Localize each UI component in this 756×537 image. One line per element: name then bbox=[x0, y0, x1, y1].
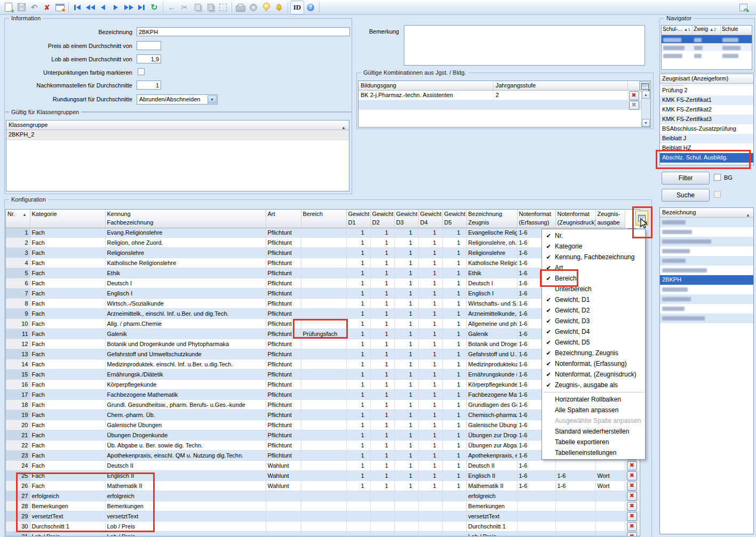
rundungsart-select[interactable]: Abrunden/Abschneiden ▼ bbox=[137, 94, 218, 105]
column-header-bildungsgang[interactable]: Bildungsgang bbox=[359, 81, 494, 91]
list-item[interactable]: 2BKPH_2 bbox=[6, 130, 349, 140]
table-row[interactable] bbox=[662, 35, 752, 43]
list-item[interactable]: BSAbschluss-Zusatzprüfung bbox=[660, 124, 753, 134]
menu-item[interactable]: ✔ Art bbox=[542, 262, 645, 273]
column-header[interactable]: Kategorie bbox=[30, 210, 105, 228]
chevron-down-icon[interactable]: ▼ bbox=[208, 95, 217, 103]
menu-item[interactable]: Alle Spalten anpassen bbox=[542, 405, 645, 415]
form-view-icon[interactable] bbox=[53, 1, 66, 14]
list-item[interactable] bbox=[660, 266, 753, 275]
menu-item[interactable]: Horizontaler Rollbalken bbox=[542, 394, 645, 405]
table-row[interactable]: 27 erfolgreich erfolgreich erfolgreich ✖ bbox=[6, 491, 639, 501]
scroll-up-icon[interactable]: ▲ bbox=[642, 91, 650, 99]
table-row[interactable]: 30 Durchschnitt 1 Lob / Preis Durchschni… bbox=[6, 522, 639, 532]
list-item[interactable]: KMK FS-Zertifikat2 bbox=[660, 105, 753, 115]
hint-icon[interactable] bbox=[260, 1, 273, 14]
table-row[interactable]: 25 Fach Englisch II Wahlunt 1 1 1 1 1 En… bbox=[6, 471, 639, 481]
save-icon[interactable] bbox=[15, 1, 28, 14]
record-icon[interactable] bbox=[247, 1, 260, 14]
menu-item[interactable]: ✔ Gewicht, D1 bbox=[542, 294, 645, 305]
cut-icon[interactable]: ✂ bbox=[178, 1, 191, 14]
menu-item[interactable]: ✔ Gewicht, D4 bbox=[542, 326, 645, 337]
menu-item[interactable]: ✔ Bereich bbox=[542, 273, 645, 284]
menu-item[interactable]: ✔ Gewicht, D5 bbox=[542, 337, 645, 348]
list-item[interactable]: Abschlz. Schul. Ausbildg. bbox=[660, 153, 753, 163]
menu-item[interactable]: ✔ Kategorie bbox=[542, 241, 645, 252]
delete-row-button[interactable]: ✖ bbox=[629, 91, 639, 100]
table-row[interactable]: BK 2-j.Pharmaz.-techn. Assistenten 2 ✖ bbox=[359, 91, 650, 100]
list-item[interactable] bbox=[660, 227, 753, 237]
menu-item[interactable]: Unterbereich bbox=[542, 284, 645, 294]
table-row[interactable]: ✖ bbox=[359, 100, 650, 110]
column-header[interactable]: Bereich bbox=[301, 210, 346, 228]
delete-row-button[interactable]: ✖ bbox=[627, 492, 637, 501]
menu-item[interactable]: ✔ Notenformat, (Erfassung) bbox=[542, 358, 645, 369]
table-row[interactable]: 31 Lob / Preis Lob / Preis Lob / Preis ✖ bbox=[6, 532, 639, 537]
list-item[interactable] bbox=[660, 294, 753, 304]
delete-row-button[interactable]: ✖ bbox=[627, 502, 637, 511]
column-header[interactable]: GewichtD5 bbox=[442, 210, 466, 228]
menu-item[interactable]: Standard wiederherstellen bbox=[542, 426, 645, 437]
previous-record-icon[interactable] bbox=[97, 1, 109, 14]
delete-row-button[interactable]: ✖ bbox=[627, 461, 637, 470]
preis-input[interactable] bbox=[137, 41, 161, 50]
column-header[interactable]: Notenformat(Erfassung) bbox=[517, 210, 555, 228]
lob-input[interactable] bbox=[137, 54, 161, 63]
column-chooser-button[interactable] bbox=[640, 82, 650, 91]
id-button[interactable]: ID bbox=[290, 1, 304, 14]
column-header[interactable]: Notenformat(Zeugnisdruck) bbox=[555, 210, 595, 228]
column-header[interactable]: Zeugnis-ausgabe bbox=[595, 210, 625, 228]
column-header-schul[interactable]: Schul-... ▲1 bbox=[662, 26, 693, 35]
menu-item[interactable]: ✔ Gewicht, D3 bbox=[542, 316, 645, 326]
delete-row-button[interactable]: ✖ bbox=[627, 471, 637, 480]
delete-row-button[interactable]: ✖ bbox=[627, 482, 637, 491]
column-header-zweig[interactable]: Zweig ▲2 bbox=[693, 26, 720, 35]
scroll-down-icon[interactable]: ▼ bbox=[642, 119, 650, 127]
nachkomma-input[interactable] bbox=[137, 81, 161, 90]
menu-item[interactable]: ✔ Bezeichnung, Zeugnis bbox=[542, 348, 645, 358]
column-header[interactable]: Nr.▲ bbox=[6, 210, 30, 228]
column-header[interactable]: GewichtD3 bbox=[394, 210, 418, 228]
list-item[interactable]: KMK FS-Zertifikat3 bbox=[660, 115, 753, 124]
table-row[interactable]: 29 versetztText versetztText versetztTex… bbox=[6, 511, 639, 522]
list-item[interactable]: Beiblatt HZ bbox=[660, 143, 753, 153]
bell-icon[interactable] bbox=[273, 1, 285, 14]
filter-button[interactable]: Filter bbox=[662, 172, 710, 185]
menu-item[interactable]: Tabelleneinstellungen bbox=[542, 447, 645, 458]
list-item[interactable] bbox=[660, 256, 753, 266]
menu-item[interactable]: ✔ Kennung, Fachbezeichnung bbox=[542, 252, 645, 262]
column-header-klassengruppe[interactable]: Klassengruppe▲ bbox=[6, 121, 349, 130]
table-row[interactable]: 24 Fach Deutsch II Wahlunt 1 1 1 1 1 Deu… bbox=[6, 461, 639, 471]
copy-icon[interactable] bbox=[191, 1, 204, 14]
table-row[interactable] bbox=[662, 43, 752, 51]
list-item[interactable] bbox=[660, 218, 753, 227]
menu-item[interactable]: ✔ Gewicht, D2 bbox=[542, 305, 645, 316]
column-header-zeugnisart[interactable]: Zeugnisart (Anzeigeform) bbox=[660, 74, 753, 84]
menu-item[interactable]: Ausgewählte Spalte anpassen bbox=[542, 415, 645, 426]
bezeichnung-input[interactable] bbox=[137, 27, 350, 36]
list-item[interactable]: 2BKPH bbox=[660, 275, 753, 285]
list-item[interactable] bbox=[660, 304, 753, 314]
vertical-scrollbar[interactable]: ▲ ▼ bbox=[641, 91, 650, 127]
column-header-bezeichnung[interactable]: Bezeichnung▲ bbox=[660, 208, 753, 218]
list-item[interactable]: Beiblatt J bbox=[660, 134, 753, 143]
new-record-icon[interactable] bbox=[2, 1, 15, 14]
table-row[interactable]: 28 Bemerkungen Bemerkungen Bemerkungen ✖ bbox=[6, 501, 639, 511]
bemerkung-textarea[interactable] bbox=[404, 25, 645, 66]
export-window-icon[interactable] bbox=[737, 1, 750, 14]
select-icon[interactable] bbox=[217, 1, 229, 14]
list-item[interactable]: KMK FS-Zertifikat1 bbox=[660, 95, 753, 105]
print-icon[interactable] bbox=[234, 1, 247, 14]
column-header-schule[interactable]: Schule bbox=[721, 26, 752, 35]
table-row[interactable]: 26 Fach Mathematik II Wahlunt 1 1 1 1 1 … bbox=[6, 481, 639, 491]
paste-icon[interactable] bbox=[204, 1, 217, 14]
delete-row-button[interactable]: ✖ bbox=[629, 101, 639, 110]
last-record-icon[interactable] bbox=[135, 1, 148, 14]
unterpunktungen-checkbox[interactable] bbox=[138, 68, 145, 75]
delete-row-button[interactable]: ✖ bbox=[627, 532, 637, 536]
menu-item[interactable]: ✔ Nr. bbox=[542, 230, 645, 241]
list-item[interactable] bbox=[660, 285, 753, 294]
column-header[interactable]: GewichtD1 bbox=[346, 210, 370, 228]
column-header[interactable]: GewichtD4 bbox=[418, 210, 442, 228]
suche-checkbox[interactable] bbox=[714, 191, 721, 198]
